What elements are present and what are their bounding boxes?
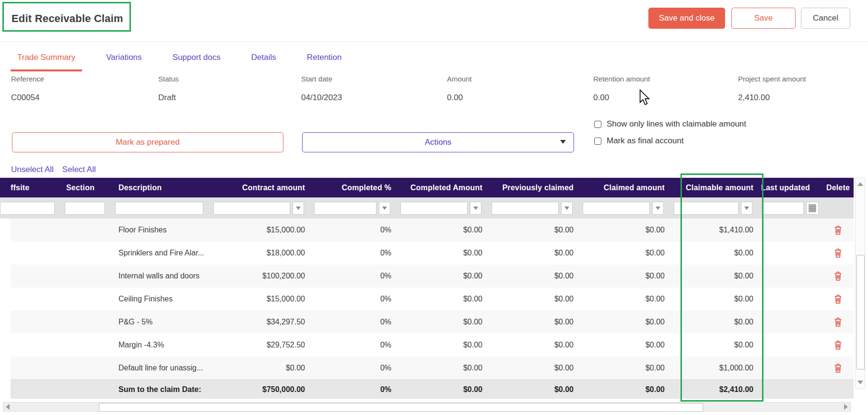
trash-icon: [834, 363, 842, 373]
tab-support-docs[interactable]: Support docs: [166, 50, 227, 71]
cell-offsite: [11, 242, 62, 265]
delete-row-button[interactable]: [834, 317, 842, 327]
filter-completed-pct-input[interactable]: [314, 202, 376, 215]
cell-description: Internal walls and doors: [113, 265, 211, 288]
horizontal-scrollbar-thumb[interactable]: [99, 403, 703, 412]
column-header-delete: Delete: [822, 178, 854, 197]
mark-as-final-account-checkbox[interactable]: [594, 138, 601, 145]
table-cell: [760, 380, 822, 399]
save-and-close-button[interactable]: Save and close: [648, 8, 725, 29]
trash-icon: [834, 294, 842, 304]
horizontal-scrollbar[interactable]: [3, 402, 851, 412]
field-label: Start date: [301, 75, 342, 83]
vertical-scrollbar-thumb[interactable]: [856, 255, 865, 369]
filter-claimed-amount-dropdown[interactable]: [652, 202, 664, 215]
column-header-section[interactable]: Section: [62, 178, 113, 197]
cell-description: Floor Finishes: [113, 219, 211, 242]
vertical-scrollbar[interactable]: [855, 178, 865, 389]
scroll-left-button[interactable]: [3, 403, 12, 411]
tab-variations[interactable]: Variations: [99, 50, 148, 71]
filter-completed-amount-input[interactable]: [400, 202, 468, 215]
sum-contract-amount: $750,000.00: [211, 380, 312, 399]
scroll-down-button[interactable]: [856, 378, 865, 387]
filter-claimable-amount-input[interactable]: [674, 202, 739, 215]
delete-row-button[interactable]: [834, 340, 842, 350]
filter-claimable-amount-dropdown[interactable]: [741, 202, 752, 215]
show-only-claimable-checkbox[interactable]: [594, 121, 601, 128]
filter-completed-pct-dropdown[interactable]: [379, 202, 390, 215]
column-header-claimable-amount[interactable]: Claimable amount: [671, 178, 760, 197]
column-header-description[interactable]: Description: [113, 178, 211, 197]
filter-contract-amount-input[interactable]: [213, 202, 290, 215]
sum-previously-claimed: $0.00: [489, 380, 580, 399]
save-button[interactable]: Save: [731, 8, 796, 29]
select-all-link[interactable]: Select All: [62, 165, 96, 174]
cell-completed-pct: 0%: [312, 288, 398, 311]
column-header-previously-claimed[interactable]: Previously claimed: [489, 178, 580, 197]
table-row[interactable]: Sprinklers and Fire Alar... $18,000.00 0…: [11, 242, 854, 265]
filter-section-input[interactable]: [65, 202, 105, 215]
filter-contract-amount-dropdown[interactable]: [293, 202, 304, 215]
field-retention-amount: Retention amount 0.00: [593, 75, 650, 103]
field-label: Status: [158, 75, 179, 83]
table-row[interactable]: Internal walls and doors $100,200.00 0% …: [11, 265, 854, 288]
column-header-offsite[interactable]: ffsite: [0, 178, 62, 197]
filter-completed-amount-dropdown[interactable]: [470, 202, 481, 215]
column-header-completed-pct[interactable]: Completed %: [312, 178, 398, 197]
cancel-button[interactable]: Cancel: [801, 8, 850, 29]
unselect-all-link[interactable]: Unselect All: [11, 165, 54, 174]
cell-previously-claimed: $0.00: [489, 334, 580, 357]
column-header-contract-amount[interactable]: Contract amount: [211, 178, 312, 197]
table-row[interactable]: Margin -4.3% $29,752.50 0% $0.00 $0.00 $…: [11, 334, 854, 357]
filter-offsite-input[interactable]: [0, 202, 55, 215]
tab-details[interactable]: Details: [245, 50, 283, 71]
filter-description-input[interactable]: [115, 202, 203, 215]
delete-row-button[interactable]: [834, 225, 842, 235]
cell-description: Ceiling Finishes: [113, 288, 211, 311]
table-header-row: ffsite Section Description Contract amou…: [0, 178, 854, 197]
delete-row-button[interactable]: [834, 363, 842, 373]
cell-section: [62, 265, 113, 288]
field-value: C00054: [11, 93, 44, 103]
field-value: 0.00: [447, 93, 472, 103]
filter-previously-claimed-dropdown[interactable]: [561, 202, 573, 215]
table-row[interactable]: Default line for unassig... $0.00 0% $0.…: [11, 357, 854, 380]
delete-row-button[interactable]: [834, 294, 842, 304]
filter-claimed-amount-input[interactable]: [583, 202, 650, 215]
column-header-claimed-amount[interactable]: Claimed amount: [580, 178, 671, 197]
scroll-up-button[interactable]: [856, 179, 865, 189]
table-row[interactable]: Floor Finishes $15,000.00 0% $0.00 $0.00…: [11, 219, 854, 242]
actions-dropdown-label: Actions: [425, 138, 452, 147]
caret-down-icon: [473, 207, 478, 210]
filter-last-updated-calendar-button[interactable]: [806, 202, 819, 215]
table-row[interactable]: P&G - 5% $34,297.50 0% $0.00 $0.00 $0.00…: [11, 311, 854, 334]
filter-last-updated-input[interactable]: [762, 202, 804, 215]
cell-offsite: [11, 311, 62, 334]
mark-as-prepared-button[interactable]: Mark as prepared: [12, 132, 283, 152]
filter-previously-claimed-input[interactable]: [492, 202, 559, 215]
cell-description: Sprinklers and Fire Alar...: [113, 242, 211, 265]
table-row[interactable]: Ceiling Finishes $15,000.00 0% $0.00 $0.…: [11, 288, 854, 311]
cell-description: Default line for unassig...: [113, 357, 211, 380]
cell-completed-pct: 0%: [312, 357, 398, 380]
checkbox-row-final-account: Mark as final account: [594, 136, 684, 146]
cell-contract-amount: $34,297.50: [211, 311, 312, 334]
tab-trade-summary[interactable]: Trade Summary: [11, 50, 82, 71]
column-header-last-updated[interactable]: Last updated: [760, 178, 822, 197]
delete-row-button[interactable]: [834, 248, 842, 258]
tab-bar: Trade Summary Variations Support docs De…: [11, 50, 349, 71]
cell-offsite: [11, 219, 62, 242]
cell-section: [62, 311, 113, 334]
actions-dropdown[interactable]: Actions: [302, 132, 574, 152]
tab-retention[interactable]: Retention: [300, 50, 349, 71]
delete-row-button[interactable]: [834, 271, 842, 281]
cell-previously-claimed: $0.00: [489, 357, 580, 380]
checkbox-label: Mark as final account: [607, 136, 684, 146]
cell-contract-amount: $15,000.00: [211, 288, 312, 311]
scroll-right-button[interactable]: [842, 403, 850, 411]
calendar-icon: [809, 204, 816, 212]
column-header-completed-amount[interactable]: Completed Amount: [398, 178, 489, 197]
trash-icon: [834, 225, 842, 235]
cell-claimable-amount: $0.00: [671, 311, 760, 334]
cell-claimed-amount: $0.00: [580, 265, 671, 288]
